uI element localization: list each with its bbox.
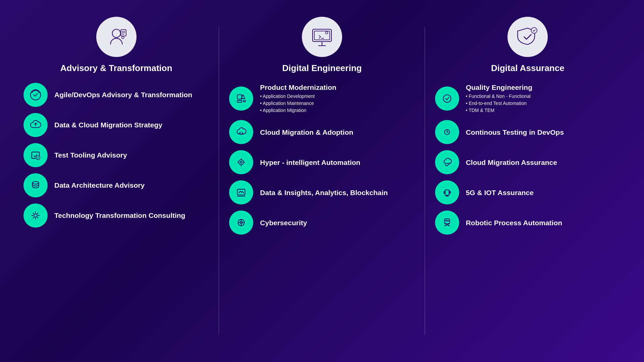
item-icon-data-insights (229, 180, 253, 204)
svg-point-10 (34, 214, 37, 217)
list-item: Technology Transformation Consulting (23, 203, 209, 228)
item-text-data-arch: Data Architecture Advisory (54, 181, 209, 190)
svg-rect-24 (444, 219, 449, 224)
list-item: Test Tooling Advisory (23, 143, 209, 167)
advisory-icon-wrapper (96, 17, 137, 57)
engineering-icon-wrapper (302, 17, 342, 57)
engineering-header-icon (310, 25, 334, 49)
item-icon-hyper-auto (229, 150, 253, 174)
item-text-5g-iot: 5G & IOT Assurance (466, 188, 621, 197)
item-text-cloud-assurance: Cloud Migration Assurance (466, 158, 621, 167)
svg-rect-15 (237, 100, 242, 102)
item-text-product-mod: Product Modernization Application Develo… (260, 83, 415, 114)
item-text-hyper-auto: Hyper - intelligent Automation (260, 158, 415, 167)
item-text-cybersecurity: Cybersecurity (260, 218, 415, 227)
item-text-rpa: Robotic Process Automation (466, 218, 621, 227)
engineering-column: Digital Engineering Product Modernizatio… (219, 10, 425, 352)
item-title: Hyper - intelligent Automation (260, 158, 415, 167)
svg-point-6 (31, 90, 41, 100)
item-icon-continous-testing (435, 120, 459, 144)
engineering-title: Digital Engineering (282, 63, 362, 73)
list-item: Data & Cloud Migration Strategy (23, 113, 209, 137)
svg-point-22 (443, 95, 451, 102)
main-container: Advisory & Transformation Agile/DevOps A… (0, 0, 644, 362)
bullet-1: Application Development (260, 93, 415, 100)
item-icon-cloud-adoption (229, 120, 253, 144)
item-text-tech-transform: Technology Transformation Consulting (54, 211, 209, 220)
item-title: Technology Transformation Consulting (54, 211, 209, 220)
item-text-agile: Agile/DevOps Advisory & Transformation (54, 90, 209, 99)
list-item: Cybersecurity (229, 210, 415, 235)
assurance-column: Digital Assurance Quality Engineering Fu… (425, 10, 631, 352)
item-text-cloud-adoption: Cloud Migration & Adoption (260, 128, 415, 137)
item-title: Data Architecture Advisory (54, 181, 209, 190)
bullet-2: End-to-end Test Automation (466, 100, 621, 107)
item-title: Test Tooling Advisory (54, 150, 209, 160)
item-title: Cybersecurity (260, 218, 415, 227)
list-item: Quality Engineering Functional & Non - F… (435, 83, 621, 114)
item-title: Quality Engineering (466, 83, 621, 92)
bullet-3: TDM & TEM (466, 107, 621, 114)
svg-point-5 (121, 36, 124, 39)
item-text-continous: Continous Testing in DevOps (466, 128, 621, 137)
assurance-icon-wrapper (507, 17, 548, 57)
assurance-header-icon (516, 25, 539, 49)
item-icon-test-tooling (23, 143, 48, 167)
item-icon-quality-eng (435, 86, 459, 111)
item-title: Product Modernization (260, 83, 415, 92)
list-item: Hyper - intelligent Automation (229, 150, 415, 174)
item-text-test-tooling: Test Tooling Advisory (54, 150, 209, 160)
svg-rect-16 (239, 160, 244, 165)
svg-point-13 (325, 32, 328, 34)
bullet-3: Application Migration (260, 107, 415, 114)
svg-point-9 (33, 182, 39, 184)
item-text-cloud: Data & Cloud Migration Strategy (54, 120, 209, 129)
item-title: Data & Cloud Migration Strategy (54, 120, 209, 129)
list-item: Cloud Migration Assurance (435, 150, 621, 174)
item-title: Continous Testing in DevOps (466, 128, 621, 137)
item-text-data-insights: Data & Insights, Analytics, Blockchain (260, 188, 415, 197)
bullet-1: Functional & Non - Functional (466, 93, 621, 100)
assurance-title: Digital Assurance (491, 63, 565, 73)
list-item: Agile/DevOps Advisory & Transformation (23, 83, 209, 107)
list-item: Cloud Migration & Adoption (229, 120, 415, 144)
item-icon-product-mod (229, 86, 253, 111)
svg-point-25 (445, 220, 447, 222)
item-title: Agile/DevOps Advisory & Transformation (54, 90, 209, 99)
list-item: Continous Testing in DevOps (435, 120, 621, 144)
svg-point-26 (447, 220, 449, 222)
item-title: 5G & IOT Assurance (466, 188, 621, 197)
item-icon-tech-transform (23, 203, 48, 228)
item-title: Cloud Migration & Adoption (260, 128, 415, 137)
list-item: 5G & IOT Assurance (435, 180, 621, 204)
item-title: Data & Insights, Analytics, Blockchain (260, 188, 415, 197)
item-icon-cloud-assurance (435, 150, 459, 174)
svg-point-0 (112, 29, 120, 38)
assurance-items: Quality Engineering Functional & Non - F… (435, 83, 621, 235)
item-subtitle: Application Development Application Main… (260, 93, 415, 114)
list-item: Data Architecture Advisory (23, 173, 209, 197)
advisory-title: Advisory & Transformation (60, 63, 172, 73)
list-item: Robotic Process Automation (435, 210, 621, 235)
item-subtitle: Functional & Non - Functional End-to-end… (466, 93, 621, 114)
bullet-2: Application Maintenance (260, 100, 415, 107)
item-icon-cloud-migration (23, 113, 48, 137)
advisory-header-icon (105, 25, 128, 49)
svg-point-20 (241, 222, 241, 223)
item-text-quality-eng: Quality Engineering Functional & Non - F… (466, 83, 621, 114)
item-icon-rpa (435, 210, 459, 235)
item-icon-5g-iot (435, 180, 459, 204)
item-icon-agile (23, 83, 48, 107)
advisory-column: Advisory & Transformation Agile/DevOps A… (13, 10, 219, 352)
list-item: Data & Insights, Analytics, Blockchain (229, 180, 415, 204)
item-title: Robotic Process Automation (466, 218, 621, 227)
advisory-items: Agile/DevOps Advisory & Transformation D… (23, 83, 209, 228)
item-icon-cybersecurity (229, 210, 253, 235)
item-icon-data-arch (23, 173, 48, 197)
list-item: Product Modernization Application Develo… (229, 83, 415, 114)
item-title: Cloud Migration Assurance (466, 158, 621, 167)
engineering-items: Product Modernization Application Develo… (229, 83, 415, 235)
svg-point-21 (531, 27, 537, 34)
